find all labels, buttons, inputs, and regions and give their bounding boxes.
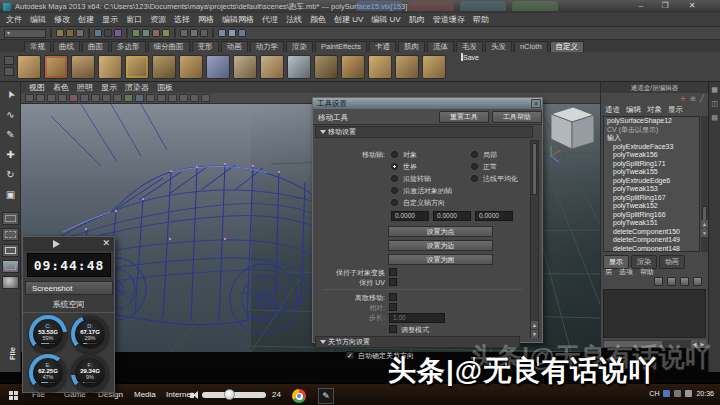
vp-menu-renderer[interactable]: 渲染器 xyxy=(125,82,149,93)
history-node[interactable]: polyTweak153 xyxy=(604,185,699,194)
tray-update-icon[interactable] xyxy=(674,390,681,397)
scroll-down-arrow[interactable]: ▼ xyxy=(701,229,708,237)
output-connections-icon[interactable] xyxy=(190,29,198,37)
snap-curve-icon[interactable] xyxy=(142,29,150,37)
recorder-header[interactable]: ✕ xyxy=(23,237,114,251)
custom-shelf-item-icon[interactable] xyxy=(260,55,284,79)
history-node[interactable]: deleteComponent149 xyxy=(604,236,699,245)
tray-language[interactable]: CH xyxy=(649,390,659,397)
maximize-button[interactable]: ❐ xyxy=(657,0,673,12)
new-layer-from-selected-icon[interactable] xyxy=(693,277,702,286)
radio-along-live-object-axis[interactable] xyxy=(391,187,398,194)
snap-grid-icon[interactable] xyxy=(132,29,140,37)
axis-y-field[interactable]: 0.0000 xyxy=(433,211,471,221)
menu-help[interactable]: 帮助 xyxy=(473,14,489,25)
history-node[interactable]: polyTweak151 xyxy=(604,219,699,228)
scroll-up-arrow[interactable]: ▲ xyxy=(531,321,538,329)
menu-mesh[interactable]: 网格 xyxy=(198,14,214,25)
shelf-tab-ncloth[interactable]: nCloth xyxy=(514,41,548,52)
volume-slider-knob[interactable] xyxy=(224,389,235,400)
history-node[interactable]: deleteComponent150 xyxy=(604,228,699,237)
open-scene-icon[interactable] xyxy=(66,29,74,37)
menu-create[interactable]: 创建 xyxy=(78,14,94,25)
history-node[interactable]: polyTweak152 xyxy=(604,202,699,211)
shelf-save-button[interactable]: Save xyxy=(455,54,485,80)
history-node[interactable]: polyExtrudeEdge6 xyxy=(604,177,699,186)
radio-normals-average[interactable] xyxy=(471,175,478,182)
radio-normal[interactable] xyxy=(471,163,478,170)
shelf-tab-subdivs[interactable]: 细分曲面 xyxy=(148,41,190,52)
shelf-tab-fur[interactable]: 毛发 xyxy=(456,41,483,52)
set-to-face-button[interactable]: 设置为面 xyxy=(388,254,493,265)
menu-edit-uv[interactable]: 编辑 UV xyxy=(371,14,400,25)
render-settings-icon[interactable] xyxy=(238,29,246,37)
vp-menu-view[interactable]: 视图 xyxy=(29,82,45,93)
minimize-button[interactable]: – xyxy=(633,0,649,12)
ipr-render-icon[interactable] xyxy=(228,29,236,37)
shelf-tab-general[interactable]: 常规 xyxy=(24,41,51,52)
shelf-tab-custom[interactable]: 自定义 xyxy=(550,41,585,52)
shelf-tab-dynamics[interactable]: 动力学 xyxy=(250,41,285,52)
tray-network-icon[interactable] xyxy=(685,390,692,397)
history-node[interactable]: polySplitRing171 xyxy=(604,160,699,169)
grease-pencil-icon[interactable] xyxy=(69,94,78,102)
custom-shelf-item-icon[interactable] xyxy=(341,55,365,79)
shelf-tab-surfaces[interactable]: 曲面 xyxy=(82,41,109,52)
shelf-tab-rendering[interactable]: 渲染 xyxy=(286,41,313,52)
cb-menu-object[interactable]: 对象 xyxy=(647,105,662,115)
gate-mask-icon[interactable] xyxy=(179,94,188,102)
layer-tab-anim[interactable]: 动画 xyxy=(659,255,685,269)
radio-custom-axis[interactable] xyxy=(391,199,398,206)
vp-menu-shading[interactable]: 着色 xyxy=(53,82,69,93)
render-icon[interactable] xyxy=(218,29,226,37)
field-chart-icon[interactable] xyxy=(157,94,166,102)
custom-shelf-item-icon[interactable] xyxy=(395,55,419,79)
cb-menu-edit[interactable]: 编辑 xyxy=(626,105,641,115)
move-layer-down-icon[interactable] xyxy=(667,277,676,286)
play-icon[interactable] xyxy=(53,240,60,248)
custom-shelf-item-icon[interactable] xyxy=(368,55,392,79)
radio-along-rotation-axis[interactable] xyxy=(391,175,398,182)
custom-shelf-item-icon[interactable] xyxy=(179,55,203,79)
custom-shelf-item-icon[interactable] xyxy=(314,55,338,79)
scene-selector-dropdown[interactable]: ▾ xyxy=(4,29,46,38)
custom-shelf-item-icon[interactable] xyxy=(206,55,230,79)
axis-z-field[interactable]: 0.0000 xyxy=(475,211,513,221)
shelf-tab-toon[interactable]: 卡通 xyxy=(369,41,396,52)
custom-shelf-item-icon[interactable] xyxy=(98,55,122,79)
joint-xray-icon[interactable] xyxy=(135,94,144,102)
xray-mode-icon[interactable] xyxy=(124,94,133,102)
select-component-icon[interactable] xyxy=(114,29,122,37)
vp-menu-panels[interactable]: 面板 xyxy=(157,82,173,93)
paint-select-tool-icon[interactable]: ✎ xyxy=(2,126,19,143)
cb-menu-channels[interactable]: 通道 xyxy=(605,105,620,115)
snap-plane-icon[interactable] xyxy=(162,29,170,37)
dock-item-media[interactable]: Media xyxy=(134,390,156,399)
menu-assets[interactable]: 资源 xyxy=(150,14,166,25)
wireframe-mode-icon[interactable] xyxy=(80,94,89,102)
history-node[interactable]: polySplitRing166 xyxy=(604,211,699,220)
speaker-icon[interactable] xyxy=(190,393,194,398)
custom-shelf-item-icon[interactable] xyxy=(152,55,176,79)
channel-list-scrollbar[interactable]: ▲ ▼ xyxy=(701,116,708,252)
tool-help-button[interactable]: 工具帮助 xyxy=(492,111,542,123)
custom-shelf-item-icon[interactable] xyxy=(17,55,41,79)
lasso-tool-icon[interactable]: ∿ xyxy=(2,106,19,123)
custom-shelf-item-icon[interactable] xyxy=(287,55,311,79)
close-button[interactable]: ✕ xyxy=(684,0,700,12)
isolate-select-icon[interactable] xyxy=(146,94,155,102)
dialog-close-icon[interactable]: ✕ xyxy=(531,99,541,108)
vp-menu-lighting[interactable]: 照明 xyxy=(77,82,93,93)
menu-pipeline-cache[interactable]: 管道缓存 xyxy=(433,14,465,25)
shelf-tab-hair[interactable]: 头发 xyxy=(485,41,512,52)
shelf-tab-polygons[interactable]: 多边形 xyxy=(111,41,146,52)
bookmark-icon[interactable] xyxy=(47,94,56,102)
shelf-tab-fluids[interactable]: 流体 xyxy=(427,41,454,52)
title-bar[interactable]: Autodesk Maya 2013 x64: C:\Users\123\Doc… xyxy=(0,0,720,13)
channel-box-header[interactable]: 通道盒/层编辑器 xyxy=(601,82,708,93)
layout-preset-button[interactable] xyxy=(2,260,19,273)
camera-lock-icon[interactable] xyxy=(36,94,45,102)
history-node[interactable]: polySplitRing167 xyxy=(604,194,699,203)
layout-single-pane-button[interactable] xyxy=(2,212,19,225)
recorder-close-icon[interactable]: ✕ xyxy=(102,238,110,248)
